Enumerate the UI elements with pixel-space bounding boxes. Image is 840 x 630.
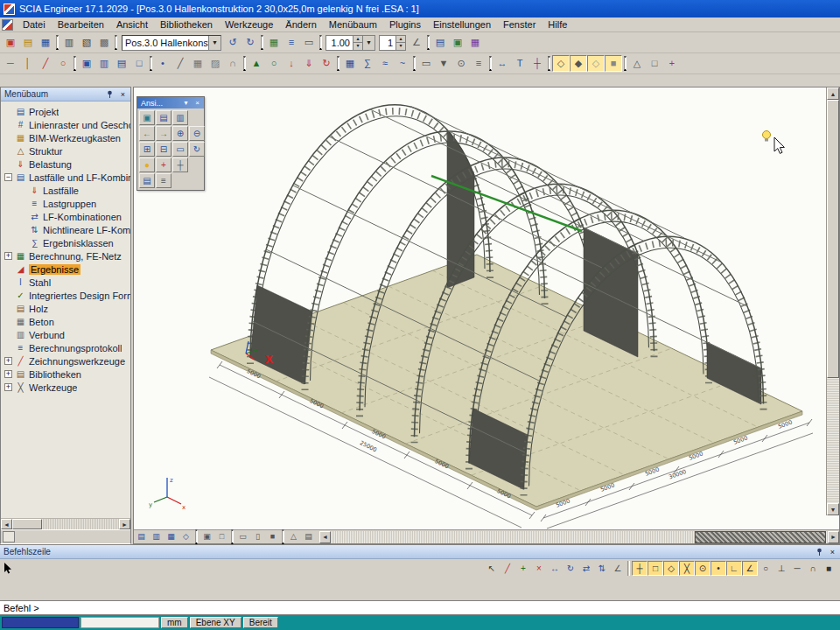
view-previous-icon[interactable]: ← xyxy=(139,126,155,141)
snap-center-icon[interactable]: ⊙ xyxy=(695,561,710,576)
tree-item-lastgruppen[interactable]: ≡ Lastgruppen xyxy=(1,197,130,210)
render-solid-icon[interactable]: ◆ xyxy=(570,55,587,72)
tree-item-stahl[interactable]: I Stahl xyxy=(1,276,130,289)
zoom-fit-icon[interactable]: ▣ xyxy=(200,530,214,543)
tree-item-werkzeuge[interactable]: + ╳ Werkzeuge xyxy=(1,381,130,394)
command-panel-header[interactable]: Befehlszeile × xyxy=(0,545,840,559)
scale-input[interactable]: 1.00 ▴▾ ▼ xyxy=(326,35,375,51)
scale-dropdown-icon[interactable]: ▼ xyxy=(362,36,374,50)
vertical-scrollbar[interactable]: ▲ ▼ xyxy=(826,88,839,515)
point-load-icon[interactable]: ↓ xyxy=(283,55,300,72)
perspective-mode-icon[interactable]: △ xyxy=(286,530,301,543)
dimension-icon[interactable]: ↔ xyxy=(494,55,511,72)
view-side-icon[interactable]: ▦ xyxy=(164,530,178,543)
gallery-icon[interactable]: ▦ xyxy=(466,34,484,51)
chevron-down-icon[interactable]: ▾ xyxy=(181,98,191,108)
scroll-up-icon[interactable]: ▲ xyxy=(827,88,839,100)
visibility-icon[interactable]: ⊙ xyxy=(452,55,470,72)
drawing-canvas[interactable]: 5000 5000 5000 5000 5000 25000 5000 5000… xyxy=(134,88,839,529)
layers-icon[interactable]: ≡ xyxy=(470,55,487,72)
hinge-icon[interactable]: ○ xyxy=(265,55,283,72)
page-stepper[interactable]: ▴▾ xyxy=(396,36,405,50)
dock-tab[interactable] xyxy=(3,531,15,542)
close-icon[interactable]: × xyxy=(117,89,129,100)
pointer-icon[interactable]: ↖ xyxy=(484,561,500,576)
activity-combo[interactable]: Pos.3.0 Hallenkonst ▼ xyxy=(122,35,221,51)
snap-perpendicular-icon[interactable]: ⊥ xyxy=(774,561,789,576)
menu-bibliotheken[interactable]: Bibliotheken xyxy=(154,18,219,31)
moment-load-icon[interactable]: ↻ xyxy=(318,55,335,72)
window-tile-icon[interactable]: ▥ xyxy=(95,55,113,72)
save-icon[interactable]: ▦ xyxy=(37,34,54,51)
snap-ortho-icon[interactable]: ∟ xyxy=(726,561,742,576)
pin-icon[interactable] xyxy=(814,547,825,557)
hidden-line-mode-icon[interactable]: ▯ xyxy=(250,530,265,543)
ucs-palette-icon[interactable]: + xyxy=(156,158,172,172)
axes-icon[interactable]: ┼ xyxy=(172,158,188,172)
snap-angle-icon[interactable]: ∠ xyxy=(742,561,758,576)
measure-icon[interactable]: ∠ xyxy=(610,561,626,576)
grid-icon[interactable]: ┼ xyxy=(528,55,546,72)
tree-item-projekt[interactable]: ▤ Projekt xyxy=(1,105,130,118)
tree-item-bibliotheken[interactable]: + ▤ Bibliotheken xyxy=(1,368,130,381)
redo-icon[interactable]: ↻ xyxy=(242,34,259,51)
scroll-right-icon[interactable]: ► xyxy=(828,531,839,543)
tree-expander-icon[interactable]: + xyxy=(4,370,12,378)
axonometry-icon[interactable]: ◇ xyxy=(178,530,193,543)
redraw-icon[interactable]: ↻ xyxy=(189,142,205,157)
snap-node-icon[interactable]: • xyxy=(710,561,726,576)
open-project-icon[interactable]: ▤ xyxy=(19,34,37,51)
tree-expander-icon[interactable]: − xyxy=(4,173,12,181)
view-params-icon[interactable]: ▤ xyxy=(139,173,155,188)
solver-icon[interactable]: ∑ xyxy=(359,55,376,72)
view-top-icon[interactable]: ▤ xyxy=(134,530,149,543)
scroll-thumb[interactable] xyxy=(695,531,826,543)
shell-icon[interactable]: ∩ xyxy=(224,55,242,72)
tree-item-linienraster[interactable]: # Linienraster und Geschos xyxy=(1,118,130,131)
tree-expander-icon[interactable]: + xyxy=(4,252,12,260)
layers-palette-icon[interactable]: ≡ xyxy=(156,173,172,188)
print-preview-icon[interactable]: ▧ xyxy=(78,34,95,51)
tree-expander-icon[interactable]: + xyxy=(4,357,12,365)
tree-item-struktur[interactable]: △ Struktur xyxy=(1,144,130,158)
wall-icon[interactable]: ▨ xyxy=(206,55,224,72)
print-icon[interactable]: ▥ xyxy=(60,34,78,51)
window-split-icon[interactable]: ▤ xyxy=(113,55,130,72)
view-settings-icon[interactable]: ▣ xyxy=(449,34,466,51)
scroll-thumb[interactable] xyxy=(12,519,42,529)
view-next-icon[interactable]: → xyxy=(156,126,172,141)
snap-line-icon[interactable]: ─ xyxy=(789,561,805,576)
wireframe-mode-icon[interactable]: ▭ xyxy=(235,530,250,543)
window-cascade-icon[interactable]: ▣ xyxy=(78,55,95,72)
undo-icon[interactable]: ↺ xyxy=(224,34,242,51)
tree-item-berechnung-fe-netz[interactable]: + ▦ Berechnung, FE-Netz xyxy=(1,249,130,262)
menu-ansicht[interactable]: Ansicht xyxy=(110,18,154,31)
snap-intersection-icon[interactable]: ╳ xyxy=(679,561,695,576)
add-node-icon[interactable]: + xyxy=(515,561,531,576)
view-front-icon[interactable]: ▥ xyxy=(149,530,164,543)
units-button[interactable]: mm xyxy=(161,617,188,628)
tree-item-ergebnisklassen[interactable]: ∑ Ergebnisklassen xyxy=(1,236,130,249)
render-wireframe-icon[interactable]: ◇ xyxy=(552,55,570,72)
tree-item-nichtlineare-lf-komb[interactable]: ⇅ Nichtlineare LF-Komb xyxy=(1,223,130,236)
rotate-tool-icon[interactable]: ↻ xyxy=(563,561,578,576)
line-load-icon[interactable]: ⇓ xyxy=(300,55,318,72)
document-icon[interactable]: ▭ xyxy=(300,34,318,51)
chevron-down-icon[interactable]: ▼ xyxy=(208,36,220,50)
horizontal-scrollbar[interactable]: ◄ ► xyxy=(319,531,839,543)
render-transparent-icon[interactable]: ◇ xyxy=(587,55,605,72)
beam-icon[interactable]: ╱ xyxy=(172,55,189,72)
zoom-selection-icon[interactable]: ▭ xyxy=(172,142,188,157)
member-diagonal-icon[interactable]: ╱ xyxy=(37,55,54,72)
close-icon[interactable]: × xyxy=(827,547,838,557)
line-tool-icon[interactable]: ╱ xyxy=(500,561,515,576)
tree-item-lf-kombinationen[interactable]: ⇄ LF-Kombinationen xyxy=(1,210,130,223)
angle-icon[interactable]: ∠ xyxy=(408,34,425,51)
tree-item-ergebnisse[interactable]: ◢ Ergebnisse xyxy=(1,262,130,276)
zoom-window-icon[interactable]: ⊞ xyxy=(139,142,155,157)
zoom-all-icon[interactable]: ⊟ xyxy=(156,142,172,157)
engineering-report-icon[interactable]: ≡ xyxy=(283,34,300,51)
stretch-icon[interactable]: ⇅ xyxy=(594,561,610,576)
layers-dialog-icon[interactable]: ▤ xyxy=(431,34,449,51)
scroll-thumb[interactable] xyxy=(827,100,839,378)
